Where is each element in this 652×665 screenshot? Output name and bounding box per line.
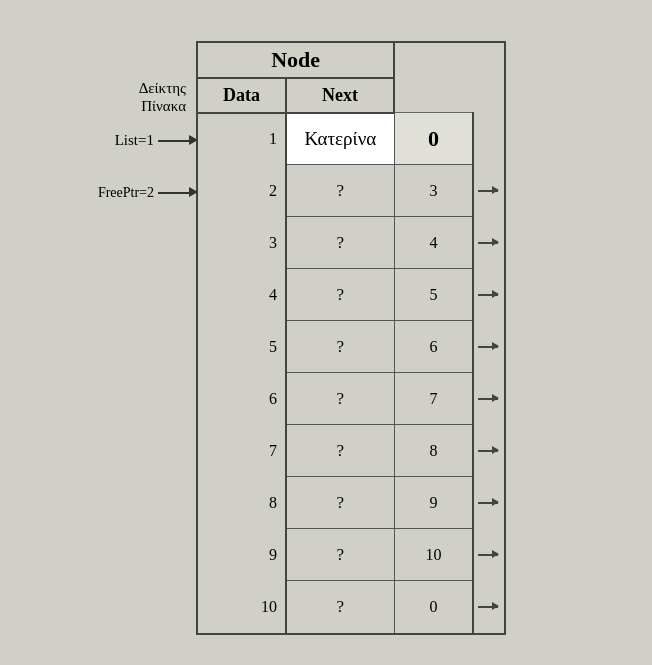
data-cell-9: ? (286, 529, 394, 581)
empty-row-4 (26, 271, 196, 323)
index-cell-1: 1 (197, 113, 286, 165)
list-label-row: List=1 (26, 115, 196, 167)
empty-row-3 (26, 219, 196, 271)
next-cell-10: 0 (394, 581, 473, 634)
index-cell-6: 6 (197, 373, 286, 425)
next-col-header: Next (286, 78, 394, 113)
table-row: 10?0 (197, 581, 505, 634)
next-cell-3: 4 (394, 217, 473, 269)
table-row: 6?7 (197, 373, 505, 425)
index-cell-9: 9 (197, 529, 286, 581)
empty-row-5 (26, 323, 196, 375)
table-row: 3?4 (197, 217, 505, 269)
data-cell-1: Κατερίνα (286, 113, 394, 165)
index-cell-5: 5 (197, 321, 286, 373)
index-header-label: Δείκτης Πίνακα (26, 79, 196, 115)
index-cell-10: 10 (197, 581, 286, 634)
data-cell-2: ? (286, 165, 394, 217)
arrow-cell-9 (473, 529, 505, 581)
data-cell-7: ? (286, 425, 394, 477)
next-cell-8: 9 (394, 477, 473, 529)
empty-row-7 (26, 427, 196, 479)
table-row: 2?3 (197, 165, 505, 217)
index-cell-8: 8 (197, 477, 286, 529)
table-row: 7?8 (197, 425, 505, 477)
data-col-header: Data (197, 78, 286, 113)
data-cell-10: ? (286, 581, 394, 634)
next-cell-7: 8 (394, 425, 473, 477)
node-table: Node Data Next 1Κατερίνα02?3 3?4 4?5 (196, 41, 506, 635)
data-cell-6: ? (286, 373, 394, 425)
node-title: Node (197, 42, 394, 78)
table-row: 5?6 (197, 321, 505, 373)
arrow-cell-10 (473, 581, 505, 634)
list-label: List=1 (115, 132, 154, 149)
data-cell-5: ? (286, 321, 394, 373)
data-cell-4: ? (286, 269, 394, 321)
table-row: 9?10 (197, 529, 505, 581)
next-cell-5: 6 (394, 321, 473, 373)
table-row: 8?9 (197, 477, 505, 529)
empty-row-9 (26, 531, 196, 583)
arrow-cell-5 (473, 321, 505, 373)
data-cell-8: ? (286, 477, 394, 529)
index-cell-2: 2 (197, 165, 286, 217)
arrow-cell-1 (473, 113, 505, 165)
arrow-cell-6 (473, 373, 505, 425)
table-row: 1Κατερίνα0 (197, 113, 505, 165)
next-cell-6: 7 (394, 373, 473, 425)
left-labels: Δείκτης Πίνακα List=1 FreePtr=2 (26, 41, 196, 635)
arrow-cell-4 (473, 269, 505, 321)
index-cell-7: 7 (197, 425, 286, 477)
page: Δείκτης Πίνακα List=1 FreePtr=2 (16, 21, 636, 645)
next-cell-9: 10 (394, 529, 473, 581)
empty-row-8 (26, 479, 196, 531)
table-row: 4?5 (197, 269, 505, 321)
data-cell-3: ? (286, 217, 394, 269)
arrow-cell-2 (473, 165, 505, 217)
empty-row-10 (26, 583, 196, 635)
arrow-cell-7 (473, 425, 505, 477)
index-cell-3: 3 (197, 217, 286, 269)
next-cell-2: 3 (394, 165, 473, 217)
arrow-cell-8 (473, 477, 505, 529)
index-cell-4: 4 (197, 269, 286, 321)
freeptr-label: FreePtr=2 (98, 185, 154, 201)
node-table-area: Node Data Next 1Κατερίνα02?3 3?4 4?5 (196, 41, 626, 635)
next-cell-1: 0 (394, 113, 473, 165)
arrow-cell-3 (473, 217, 505, 269)
next-cell-4: 5 (394, 269, 473, 321)
freeptr-label-row: FreePtr=2 (26, 167, 196, 219)
empty-row-6 (26, 375, 196, 427)
